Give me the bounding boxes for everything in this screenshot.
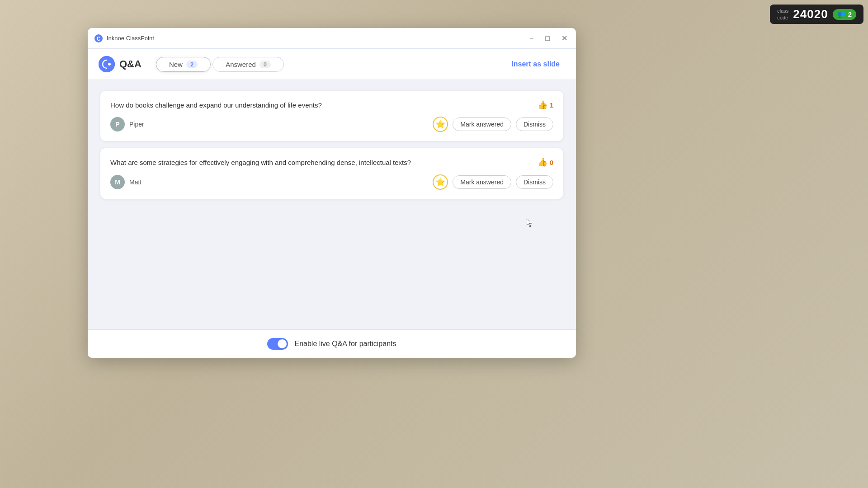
qa-title: Q&A [119, 58, 142, 70]
dismiss-button-1[interactable]: Dismiss [516, 117, 553, 131]
class-code-users: 👥 2 [833, 9, 856, 20]
toggle-label: Enable live Q&A for participants [294, 340, 396, 348]
title-bar-text: Inknoe ClassPoint [107, 35, 527, 42]
question-2-likes: 👍 0 [538, 157, 553, 167]
question-1-likes: 👍 1 [538, 100, 553, 110]
tab-new[interactable]: New 2 [156, 57, 211, 72]
question-2-bottom: M Matt ⭐ Mark answered Dismiss [110, 174, 553, 190]
student-name-piper: Piper [129, 121, 433, 128]
question-card-1: How do books challenge and expand our un… [100, 91, 563, 141]
mark-answered-button-1[interactable]: Mark answered [453, 117, 511, 131]
enable-qa-toggle[interactable] [267, 338, 288, 350]
avatar-piper: P [110, 117, 125, 131]
insert-as-slide-button[interactable]: Insert as slide [506, 57, 565, 71]
users-icon: 👥 [837, 10, 846, 19]
tab-new-label: New [169, 61, 183, 68]
tab-new-badge: 2 [186, 61, 198, 68]
logo-circle [99, 56, 115, 72]
app-icon: C [94, 34, 103, 43]
question-1-bottom: P Piper ⭐ Mark answered Dismiss [110, 117, 553, 132]
avatar-matt: M [110, 175, 125, 189]
svg-point-3 [108, 63, 111, 66]
class-code-number: 24020 [793, 7, 828, 21]
toggle-thumb [278, 339, 287, 348]
class-code-bar: class code 24020 👥 2 [770, 5, 863, 24]
minimize-button[interactable]: − [527, 33, 536, 43]
dialog-footer: Enable live Q&A for participants [88, 329, 576, 358]
like-icon-1: 👍 [538, 100, 547, 110]
class-code-label-text: class code [777, 8, 788, 21]
student-name-matt: Matt [129, 178, 433, 186]
title-bar-controls: − □ ✕ [527, 33, 570, 43]
question-2-actions: ⭐ Mark answered Dismiss [433, 174, 553, 190]
maximize-button[interactable]: □ [543, 33, 552, 43]
tab-answered-label: Answered [226, 61, 256, 68]
dismiss-button-2[interactable]: Dismiss [516, 175, 553, 189]
star-button-2[interactable]: ⭐ [433, 174, 448, 190]
question-card-2: What are some strategies for effectively… [100, 148, 563, 198]
tab-answered[interactable]: Answered 0 [212, 57, 284, 72]
star-button-1[interactable]: ⭐ [433, 117, 448, 132]
dialog-window: C Inknoe ClassPoint − □ ✕ [88, 28, 576, 358]
svg-point-2 [99, 56, 115, 72]
like-icon-2: 👍 [538, 157, 547, 167]
tabs: New 2 Answered 0 [156, 57, 506, 72]
title-bar: C Inknoe ClassPoint − □ ✕ [88, 28, 576, 49]
svg-text:C: C [97, 36, 101, 42]
logo-area: Q&A [99, 56, 142, 72]
question-2-top: What are some strategies for effectively… [110, 157, 553, 168]
mark-answered-button-2[interactable]: Mark answered [453, 175, 511, 189]
question-2-text: What are some strategies for effectively… [110, 157, 538, 168]
close-button[interactable]: ✕ [559, 33, 570, 43]
toggle-container: Enable live Q&A for participants [267, 338, 396, 350]
dialog-header: Q&A New 2 Answered 0 Insert as slide [88, 49, 576, 80]
question-1-text: How do books challenge and expand our un… [110, 100, 538, 110]
questions-content: How do books challenge and expand our un… [88, 80, 576, 329]
question-1-top: How do books challenge and expand our un… [110, 100, 553, 110]
tab-answered-badge: 0 [259, 61, 271, 68]
question-1-actions: ⭐ Mark answered Dismiss [433, 117, 553, 132]
